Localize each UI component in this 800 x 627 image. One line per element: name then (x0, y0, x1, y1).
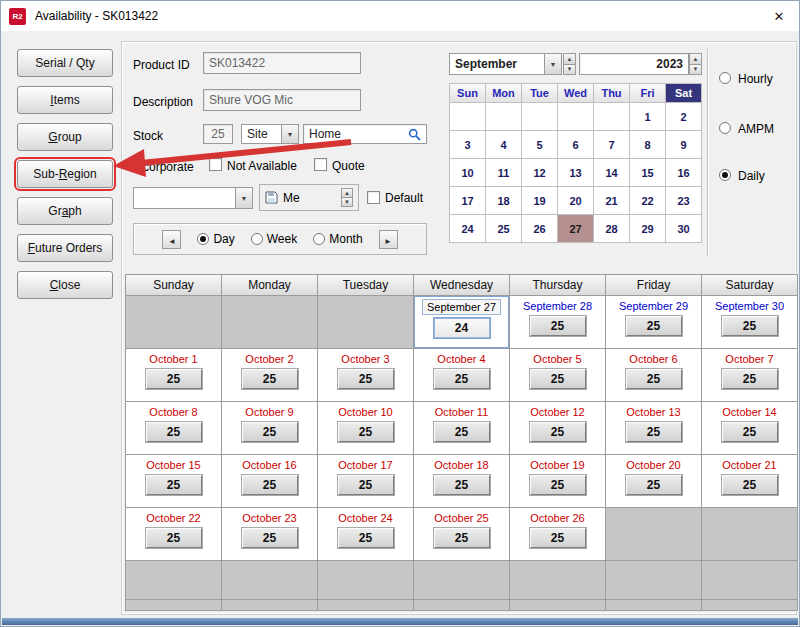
availability-value-button[interactable]: 25 (338, 475, 394, 495)
month-spinner[interactable] (563, 53, 576, 75)
mini-cal-day-28[interactable]: 28 (594, 215, 629, 242)
hourly-radio[interactable] (719, 72, 731, 84)
grid-cell-october-13[interactable]: October 1325 (606, 402, 701, 454)
mini-cal-day-7[interactable]: 7 (594, 131, 629, 158)
availability-value-button[interactable]: 25 (722, 369, 778, 389)
availability-value-button[interactable]: 25 (434, 528, 490, 548)
mini-cal-day-11[interactable]: 11 (486, 159, 521, 186)
mini-cal-day-26[interactable]: 26 (522, 215, 557, 242)
ampm-radio[interactable] (719, 122, 731, 134)
grid-cell-october-16[interactable]: October 1625 (222, 455, 317, 507)
availability-value-button[interactable]: 25 (146, 369, 202, 389)
sidebar-button-items[interactable]: Items (17, 86, 113, 114)
daily-radio[interactable] (719, 169, 731, 181)
grid-cell-october-8[interactable]: October 825 (126, 402, 221, 454)
availability-value-button[interactable]: 25 (338, 528, 394, 548)
product-id-field[interactable]: SK013422 (203, 52, 361, 74)
stock-field[interactable]: 25 (203, 124, 233, 144)
mini-cal-day-14[interactable]: 14 (594, 159, 629, 186)
not-available-checkbox[interactable] (209, 158, 222, 171)
week-radio[interactable] (251, 233, 263, 245)
availability-value-button[interactable]: 25 (242, 369, 298, 389)
grid-cell-october-11[interactable]: October 1125 (414, 402, 509, 454)
grid-cell-october-26[interactable]: October 2625 (510, 508, 605, 560)
grid-cell-october-5[interactable]: October 525 (510, 349, 605, 401)
availability-value-button[interactable]: 25 (146, 422, 202, 442)
sidebar-button-group[interactable]: Group (17, 123, 113, 151)
search-icon[interactable] (408, 128, 421, 141)
profile-select[interactable] (133, 187, 253, 209)
grid-cell-october-22[interactable]: October 2225 (126, 508, 221, 560)
sidebar-button-future-orders[interactable]: Future Orders (17, 234, 113, 262)
grid-cell-october-24[interactable]: October 2425 (318, 508, 413, 560)
availability-value-button[interactable]: 25 (626, 475, 682, 495)
grid-cell-october-2[interactable]: October 225 (222, 349, 317, 401)
availability-value-button[interactable]: 25 (434, 369, 490, 389)
availability-value-button[interactable]: 25 (338, 369, 394, 389)
grid-cell-october-3[interactable]: October 325 (318, 349, 413, 401)
mini-cal-day-30[interactable]: 30 (666, 215, 701, 242)
availability-value-button[interactable]: 25 (722, 475, 778, 495)
next-period-button[interactable] (379, 230, 398, 249)
availability-value-button[interactable]: 25 (242, 475, 298, 495)
me-button[interactable]: Me (259, 184, 359, 211)
default-checkbox[interactable] (367, 191, 380, 204)
mini-cal-day-3[interactable]: 3 (450, 131, 485, 158)
grid-cell-october-19[interactable]: October 1925 (510, 455, 605, 507)
mini-cal-day-4[interactable]: 4 (486, 131, 521, 158)
availability-value-button[interactable]: 25 (146, 475, 202, 495)
availability-value-button[interactable]: 25 (338, 422, 394, 442)
grid-cell-october-23[interactable]: October 2325 (222, 508, 317, 560)
mini-cal-day-5[interactable]: 5 (522, 131, 557, 158)
mini-cal-day-22[interactable]: 22 (630, 187, 665, 214)
mini-cal-day-8[interactable]: 8 (630, 131, 665, 158)
availability-value-button[interactable]: 25 (722, 316, 778, 336)
grid-cell-october-7[interactable]: October 725 (702, 349, 797, 401)
availability-value-button[interactable]: 25 (722, 422, 778, 442)
availability-value-button[interactable]: 25 (242, 528, 298, 548)
grid-cell-october-20[interactable]: October 2025 (606, 455, 701, 507)
mini-cal-day-20[interactable]: 20 (558, 187, 593, 214)
chevron-down-icon[interactable] (235, 188, 252, 208)
grid-cell-october-1[interactable]: October 125 (126, 349, 221, 401)
close-icon[interactable] (767, 4, 791, 28)
availability-value-button[interactable]: 24 (434, 318, 490, 338)
grid-cell-october-6[interactable]: October 625 (606, 349, 701, 401)
grid-cell-october-4[interactable]: October 425 (414, 349, 509, 401)
chevron-down-icon[interactable] (281, 125, 298, 143)
grid-cell-october-12[interactable]: October 1225 (510, 402, 605, 454)
mini-cal-day-1[interactable]: 1 (630, 103, 665, 130)
grid-cell-september-28[interactable]: September 2825 (510, 296, 605, 348)
mini-cal-day-13[interactable]: 13 (558, 159, 593, 186)
mini-cal-day-17[interactable]: 17 (450, 187, 485, 214)
availability-value-button[interactable]: 25 (530, 475, 586, 495)
availability-value-button[interactable]: 25 (530, 316, 586, 336)
mini-cal-day-2[interactable]: 2 (666, 103, 701, 130)
grid-cell-october-25[interactable]: October 2525 (414, 508, 509, 560)
availability-value-button[interactable]: 25 (530, 422, 586, 442)
mini-cal-day-23[interactable]: 23 (666, 187, 701, 214)
month-select[interactable]: September (449, 53, 562, 75)
sidebar-button-sub-region[interactable]: Sub-Region (17, 160, 113, 188)
month-radio[interactable] (313, 233, 325, 245)
grid-cell-october-18[interactable]: October 1825 (414, 455, 509, 507)
location-field[interactable]: Home (303, 124, 427, 144)
mini-cal-day-12[interactable]: 12 (522, 159, 557, 186)
availability-value-button[interactable]: 25 (530, 528, 586, 548)
quote-checkbox[interactable] (314, 158, 327, 171)
availability-value-button[interactable]: 25 (146, 528, 202, 548)
mini-cal-day-29[interactable]: 29 (630, 215, 665, 242)
year-spinner[interactable] (689, 53, 702, 75)
mini-cal-day-9[interactable]: 9 (666, 131, 701, 158)
day-radio[interactable] (197, 233, 209, 245)
description-field[interactable]: Shure VOG Mic (203, 89, 361, 111)
prev-period-button[interactable] (162, 230, 181, 249)
chevron-down-icon[interactable] (544, 54, 561, 74)
mini-cal-day-21[interactable]: 21 (594, 187, 629, 214)
grid-cell-october-15[interactable]: October 1525 (126, 455, 221, 507)
mini-cal-day-25[interactable]: 25 (486, 215, 521, 242)
availability-value-button[interactable]: 25 (530, 369, 586, 389)
me-spinner[interactable] (341, 188, 353, 207)
grid-cell-october-10[interactable]: October 1025 (318, 402, 413, 454)
availability-value-button[interactable]: 25 (626, 316, 682, 336)
